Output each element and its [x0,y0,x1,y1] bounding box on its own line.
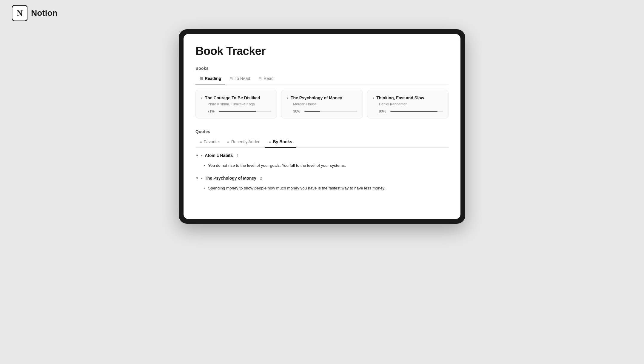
progress-row-2: 90% [373,109,443,113]
book-title-row-1: ▪ The Psychology of Money [287,95,357,100]
group-book-icon-1: ▪ [201,176,202,180]
tab-reading[interactable]: ⊞ Reading [195,74,225,84]
quote-text-1-0: Spending money to show people how much m… [208,185,385,191]
progress-bar-bg-2 [390,111,443,112]
group-count-0: 1 [236,153,238,158]
quote-group-header-0: ▼ ▪ Atomic Habits 1 [195,153,449,158]
book-card-2[interactable]: ▪ Thinking, Fast and Slow Daniel Kahnema… [367,90,449,118]
quotes-section-label: Quotes [195,129,449,134]
books-section-label: Books [195,66,449,71]
book-title-row-2: ▪ Thinking, Fast and Slow [373,95,443,100]
grid-icon: ⊞ [200,76,203,81]
progress-pct-1: 30% [293,109,302,113]
book-title-0: The Courage To Be Disliked [205,95,260,100]
group-book-icon-0: ▪ [201,153,202,158]
quotes-tabs: ≡ Favorite ≡ Recently Added ≡ By Books [195,138,449,148]
tab-favorite[interactable]: ≡ Favorite [195,138,223,148]
tab-read[interactable]: ⊞ Read [254,74,278,84]
notion-logo: N [12,5,27,21]
progress-bar-bg-0 [219,111,271,112]
top-bar: N Notion [0,0,644,26]
book-icon-0: ▪ [201,96,203,100]
group-title-1: The Psychology of Money [205,176,256,181]
chevron-down-icon-0[interactable]: ▼ [195,154,199,157]
book-card-0[interactable]: ▪ The Courage To Be Disliked Ichiro Kish… [195,90,277,118]
progress-bar-bg-1 [304,111,357,112]
quote-group-0: ▼ ▪ Atomic Habits 1 ▪ You do not rise to… [195,153,449,170]
chevron-down-icon-1[interactable]: ▼ [195,176,199,180]
group-count-1: 2 [260,176,262,181]
quote-item-1-0[interactable]: ▪ Spending money to show people how much… [195,183,449,193]
tab-recently-added[interactable]: ≡ Recently Added [223,138,265,148]
book-title-1: The Psychology of Money [291,95,342,100]
grid-icon-2: ⊞ [229,76,233,81]
page-content: Book Tracker Books ⊞ Reading ⊞ To Read ⊞… [184,34,460,208]
progress-bar-fill-0 [219,111,256,112]
book-icon-1: ▪ [287,96,288,100]
progress-row-1: 30% [287,109,357,113]
book-icon-2: ▪ [373,96,374,100]
book-author-0: Ichiro Kishimi, Fumitake Koga [201,102,271,106]
progress-bar-fill-2 [390,111,438,112]
list-icon-bybooks: ≡ [269,140,271,144]
grid-icon-3: ⊞ [258,76,262,81]
list-icon-recently: ≡ [227,140,229,144]
book-title-2: Thinking, Fast and Slow [376,95,424,100]
bookmark-icon-1-0: ▪ [204,186,205,190]
quote-group-header-1: ▼ ▪ The Psychology of Money 2 [195,176,449,181]
svg-text:N: N [17,9,23,18]
progress-row-0: 71% [201,109,271,113]
progress-bar-fill-1 [304,111,320,112]
progress-pct-2: 90% [379,109,388,113]
book-author-1: Morgan Housel [287,102,357,106]
book-author-2: Daniel Kahneman [373,102,443,106]
device-screen: Book Tracker Books ⊞ Reading ⊞ To Read ⊞… [184,34,460,219]
list-icon-favorite: ≡ [200,140,202,144]
page-title: Book Tracker [195,45,449,58]
app-title: Notion [31,8,58,18]
device-frame: Book Tracker Books ⊞ Reading ⊞ To Read ⊞… [179,29,465,224]
quote-group-1: ▼ ▪ The Psychology of Money 2 ▪ Spending… [195,176,449,193]
bookmark-icon-0-0: ▪ [204,163,205,167]
group-title-0: Atomic Habits [205,153,233,158]
quote-item-0-0[interactable]: ▪ You do not rise to the level of your g… [195,161,449,170]
quote-text-0-0: You do not rise to the level of your goa… [208,163,346,169]
book-card-1[interactable]: ▪ The Psychology of Money Morgan Housel … [281,90,363,118]
progress-pct-0: 71% [207,109,216,113]
books-tabs: ⊞ Reading ⊞ To Read ⊞ Read [195,74,449,84]
book-title-row-0: ▪ The Courage To Be Disliked [201,95,271,100]
tab-by-books[interactable]: ≡ By Books [265,138,296,148]
tab-to-read[interactable]: ⊞ To Read [225,74,254,84]
quotes-section: Quotes ≡ Favorite ≡ Recently Added ≡ By … [195,129,449,193]
book-cards-grid: ▪ The Courage To Be Disliked Ichiro Kish… [195,90,449,118]
